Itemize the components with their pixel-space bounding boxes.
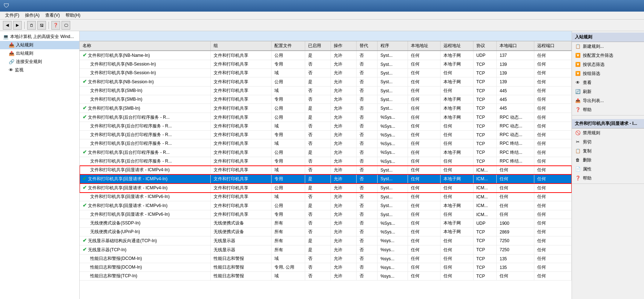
right-panel-action[interactable]: 📋复制 <box>572 147 644 156</box>
table-row[interactable]: 文件和打印机共享(后台打印程序服务 - R... 文件和打印机共享专用否允许否%… <box>80 131 572 139</box>
table-row[interactable]: 文件和打印机共享(后台打印程序服务 - R... 文件和打印机共享专用否允许否%… <box>80 157 572 166</box>
right-panel-action[interactable]: 🗑删除 <box>572 156 644 165</box>
table-row[interactable]: ✔ 文件和打印机共享(回显请求 - ICMPv4-In) 文件和打印机共享公用是… <box>80 184 572 193</box>
rule-local-addr: 任何 <box>408 193 440 201</box>
table-row[interactable]: ✔ 文件和打印机共享(回显请求 - ICMPv4-In) 文件和打印机共享专用是… <box>80 174 572 184</box>
table-row[interactable]: 文件和打印机共享(SMB-In) 文件和打印机共享域否允许否Syst...任何任… <box>80 87 572 95</box>
right-panel-action[interactable]: 📄属性 <box>572 165 644 174</box>
rule-program: Syst... <box>377 95 408 104</box>
menu-item[interactable]: 文件(F) <box>3 12 21 19</box>
right-panel-action[interactable]: 📤导出列表... <box>572 96 644 105</box>
column-header[interactable]: 已启用 <box>305 41 331 51</box>
column-header[interactable]: 远程端口 <box>534 41 571 51</box>
show-hide-button[interactable]: 🗒 <box>27 21 36 30</box>
table-row[interactable]: ✔ 文件和打印机共享(后台打印程序服务 - R... 文件和打印机共享公用是允许… <box>80 148 572 157</box>
table-row[interactable]: 文件和打印机共享(NB-Session-In) 文件和打印机共享专用否允许否Sy… <box>80 60 572 69</box>
rule-enabled: 否 <box>305 95 331 104</box>
table-body: ✔ 文件和打印机共享(NB-Name-In) 文件和打印机共享公用是允许否Sys… <box>80 51 572 281</box>
table-row[interactable]: ✔ 文件和打印机共享(NB-Session-In) 文件和打印机共享公用是允许否… <box>80 77 572 87</box>
rule-remote-addr: 任何 <box>441 166 473 174</box>
column-header[interactable]: 本地端口 <box>497 41 534 51</box>
properties-button[interactable]: 🖫 <box>37 21 46 30</box>
enabled-check: ✔ <box>83 114 87 120</box>
table-row[interactable]: 无线便携式设备(SSDP-In) 无线便携式设备所有否允许否%Sys...任何本… <box>80 219 572 228</box>
column-header[interactable]: 程序 <box>377 41 408 51</box>
column-header[interactable]: 协议 <box>473 41 497 51</box>
right-panel-action[interactable]: 🔄刷新 <box>572 87 644 96</box>
sidebar-item[interactable]: 🔗连接安全规则 <box>0 58 79 66</box>
rule-action: 允许 <box>331 131 356 139</box>
forward-button[interactable]: ▶ <box>13 21 22 30</box>
rule-name: 文件和打印机共享(后台打印程序服务 - R... <box>80 131 211 139</box>
table-row[interactable]: 文件和打印机共享(后台打印程序服务 - R... 文件和打印机共享域否允许否%S… <box>80 139 572 148</box>
rule-enabled: 是 <box>305 104 331 113</box>
rule-action: 允许 <box>331 210 356 219</box>
right-panel-action[interactable]: 🔽按状态筛选 <box>572 60 644 69</box>
rule-protocol: TCP <box>473 228 497 236</box>
column-header[interactable]: 组 <box>211 41 272 51</box>
rule-local-addr: 任何 <box>408 174 440 184</box>
menu-item[interactable]: 帮助(H) <box>63 12 83 19</box>
table-row[interactable]: ✔ 文件和打印机共享(NB-Name-In) 文件和打印机共享公用是允许否Sys… <box>80 51 572 60</box>
right-panel-action[interactable]: 🔽按配置文件筛选 <box>572 51 644 60</box>
rule-override: 否 <box>356 77 377 87</box>
rule-remote-addr: 本地子网 <box>441 113 473 122</box>
sidebar-item[interactable]: 📤出站规则 <box>0 49 79 58</box>
panel-label: 删除 <box>583 157 592 163</box>
table-row[interactable]: 文件和打印机共享(回显请求 - ICMPv6-In) 文件和打印机共享域否允许否… <box>80 193 572 201</box>
table-row[interactable]: 性能日志和警报(TCP-In) 性能日志和警报域否允许否%sys...任何任何T… <box>80 272 572 281</box>
rule-enabled: 否 <box>305 131 331 139</box>
column-header[interactable]: 名称 <box>80 41 211 51</box>
table-container[interactable]: 名称组配置文件已启用操作替代程序本地地址远程地址协议本地端口远程端口 ✔ 文件和… <box>80 41 572 299</box>
right-panel-action[interactable]: 🔽按组筛选 <box>572 69 644 78</box>
rule-profile: 所有 <box>272 245 305 254</box>
column-header[interactable]: 操作 <box>331 41 356 51</box>
column-header[interactable]: 远程地址 <box>441 41 473 51</box>
sidebar-item[interactable]: 📥入站规则 <box>0 41 79 49</box>
rule-remote-port: 任何 <box>534 87 571 95</box>
table-row[interactable]: 性能日志和警报(DCOM-In) 性能日志和警报专用, 公用否允许否%sys..… <box>80 263 572 272</box>
rule-profile: 专用 <box>272 174 305 184</box>
rule-protocol: TCP <box>473 245 497 254</box>
help-button[interactable]: ❓ <box>51 21 60 30</box>
table-row[interactable]: ✔ 文件和打印机共享(SMB-In) 文件和打印机共享公用是允许否Syst...… <box>80 104 572 113</box>
table-row[interactable]: 文件和打印机共享(SMB-In) 文件和打印机共享专用否允许否Syst...任何… <box>80 95 572 104</box>
rule-profile: 专用 <box>272 95 305 104</box>
right-panel-action[interactable]: ✂剪切 <box>572 138 644 147</box>
rule-action: 允许 <box>331 245 356 254</box>
back-button[interactable]: ◀ <box>3 21 12 30</box>
column-header[interactable]: 配置文件 <box>272 41 305 51</box>
menu-item[interactable]: 操作(A) <box>23 12 42 19</box>
column-header[interactable]: 本地地址 <box>408 41 440 51</box>
mmc-button[interactable]: 🖵 <box>62 21 70 30</box>
menu-item[interactable]: 查看(V) <box>43 12 62 19</box>
table-row[interactable]: ✔ 无线显示器(TCP-In) 无线显示器所有是允许否%sys...任何任何TC… <box>80 245 572 254</box>
right-panel-action[interactable]: ❓帮助 <box>572 105 644 114</box>
rule-action: 允许 <box>331 228 356 236</box>
table-row[interactable]: 性能日志和警报(DCOM-In) 性能日志和警报域否允许否%sys...任何任何… <box>80 254 572 263</box>
column-header[interactable]: 替代 <box>356 41 377 51</box>
rule-protocol: TCP <box>473 69 497 77</box>
sidebar-item[interactable]: 💻本地计算机 上的高级安全 Wind... <box>0 33 79 41</box>
rule-group: 文件和打印机共享 <box>211 131 272 139</box>
rule-action: 允许 <box>331 60 356 69</box>
right-panel-action[interactable]: ❓帮助 <box>572 174 644 183</box>
toolbar: ◀ ▶ 🗒 🖫 ❓ 🖵 <box>0 20 644 31</box>
table-row[interactable]: 无线便携式设备(UPnP-In) 无线便携式设备所有否允许否%Sys...任何本… <box>80 228 572 236</box>
rule-profile: 公用 <box>272 184 305 193</box>
table-row[interactable]: ✔ 无线显示基础结构反向通道(TCP-In) 无线显示器所有是允许否%sys..… <box>80 236 572 245</box>
right-panel-action[interactable]: 👁查看 <box>572 78 644 87</box>
table-row[interactable]: ✔ 文件和打印机共享(回显请求 - ICMPv6-In) 文件和打印机共享公用是… <box>80 201 572 210</box>
table-row[interactable]: 文件和打印机共享(NB-Session-In) 文件和打印机共享域否允许否Sys… <box>80 69 572 77</box>
sidebar-item[interactable]: 👁监视 <box>0 66 79 74</box>
rule-remote-port: 任何 <box>534 210 571 219</box>
rule-group: 文件和打印机共享 <box>211 201 272 210</box>
right-panel-action[interactable]: 📋新建规则... <box>572 42 644 51</box>
table-row[interactable]: 文件和打印机共享(回显请求 - ICMPv4-In) 文件和打印机共享域否允许否… <box>80 166 572 174</box>
right-panel-action[interactable]: 🚫禁用规则 <box>572 129 644 138</box>
table-row[interactable]: ✔ 文件和打印机共享(后台打印程序服务 - R... 文件和打印机共享公用是允许… <box>80 113 572 122</box>
table-row[interactable]: 文件和打印机共享(后台打印程序服务 - R... 文件和打印机共享域否允许否%S… <box>80 122 572 131</box>
table-row[interactable]: 文件和打印机共享(回显请求 - ICMPv6-In) 文件和打印机共享专用否允许… <box>80 210 572 219</box>
rule-local-addr: 任何 <box>408 51 440 60</box>
rule-action: 允许 <box>331 263 356 272</box>
